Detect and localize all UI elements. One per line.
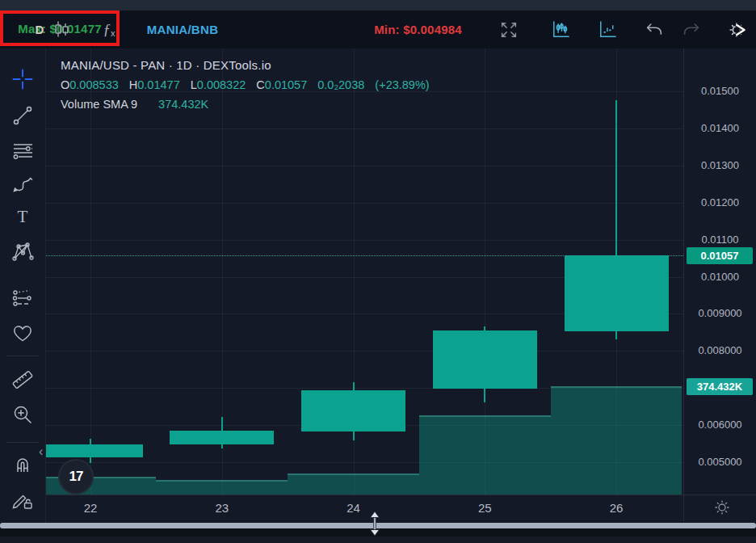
price-axis-tick: 0.01400 — [684, 122, 756, 135]
gridline-h — [46, 240, 683, 241]
last-price-badge: 0.01057 — [687, 247, 753, 264]
trend-line-icon[interactable] — [10, 103, 35, 128]
price-scale-sun-icon[interactable] — [713, 499, 731, 516]
settings-gear-icon[interactable] — [724, 11, 751, 48]
gridline-h — [46, 128, 683, 129]
legend-volume-row: Volume SMA 9374.432K — [61, 98, 430, 111]
resize-handle-arrows[interactable] — [368, 511, 381, 537]
gridline-v — [90, 48, 91, 495]
pair-link[interactable]: MANIA/BNB — [145, 11, 220, 48]
zoom-in-icon[interactable] — [10, 402, 35, 427]
chart-style-marks-icon[interactable] — [594, 11, 620, 48]
chart-topbar: D ƒ x MANIA/BNB Max: $0.01477 Min: $0.00… — [0, 11, 756, 49]
indicators-fx-icon[interactable]: ƒ x — [96, 11, 122, 48]
chart-legend: MANIA/USD - PAN · 1D · DEXTools.io O0.00… — [61, 58, 430, 111]
price-axis-tick: 0.01500 — [684, 85, 756, 98]
heart-icon[interactable] — [10, 321, 35, 345]
chart-canvas[interactable]: MANIA/USD - PAN · 1D · DEXTools.io O0.00… — [46, 48, 683, 495]
candle-body — [301, 390, 405, 431]
legend-ohlc-row: O0.008533 H0.01477 L0.008322 C0.01057 0.… — [61, 78, 430, 91]
crosshair-icon[interactable] — [10, 67, 35, 91]
candle-body — [433, 330, 537, 389]
redo-icon[interactable] — [678, 11, 704, 48]
fullscreen-icon[interactable] — [496, 11, 522, 48]
time-axis-label: 25 — [460, 501, 509, 515]
axis-divider — [684, 495, 756, 495]
candle-body — [565, 255, 669, 330]
chart-style-candles-icon[interactable] — [547, 11, 573, 48]
xabcd-pattern-icon[interactable] — [10, 240, 35, 264]
price-axis-tick: 0.005000 — [684, 456, 756, 469]
price-axis-tick: 0.01300 — [684, 159, 756, 172]
price-axis-tick: 0.01200 — [684, 196, 756, 209]
legend-title: MANIA/USD - PAN · 1D · DEXTools.io — [61, 58, 430, 72]
legend-change: 0.0₂2038 — [317, 78, 364, 91]
ruler-icon[interactable] — [10, 368, 35, 392]
collapse-toolbar-chevron[interactable]: ‹ — [39, 445, 43, 458]
undo-icon[interactable] — [641, 11, 667, 48]
time-axis-label: 22 — [66, 501, 115, 515]
toolbar-divider — [6, 356, 39, 356]
text-tool-icon[interactable]: T — [10, 204, 35, 229]
price-axis[interactable]: 0.015000.014000.013000.012000.011000.010… — [683, 48, 756, 521]
time-axis-label: 23 — [198, 501, 246, 515]
gridline-h — [46, 203, 683, 204]
chart-window: D ƒ x MANIA/BNB Max: $0.01477 Min: $0.00… — [0, 0, 756, 543]
volume-bar — [419, 415, 551, 495]
last-price-line — [46, 255, 683, 256]
time-axis-label: 26 — [592, 501, 640, 515]
tradingview-logo[interactable]: 17 — [58, 459, 94, 495]
magnet-icon[interactable] — [10, 452, 35, 476]
price-axis-tick: 0.01100 — [684, 234, 756, 246]
volume-bar — [156, 480, 288, 495]
brush-icon[interactable] — [10, 172, 35, 196]
page-below-strip-2 — [0, 537, 756, 543]
toolbar-divider — [6, 442, 39, 443]
forecast-icon[interactable] — [10, 287, 35, 311]
gridline-h — [46, 166, 683, 166]
price-axis-tick: 0.008000 — [684, 344, 756, 357]
candle-body — [46, 444, 143, 457]
fib-retracement-icon[interactable] — [10, 138, 35, 162]
gridline-h — [46, 351, 683, 351]
legend-change-pct: (+23.89%) — [375, 78, 429, 91]
price-axis-tick: 0.009000 — [684, 307, 756, 320]
candles-icon[interactable] — [50, 11, 74, 48]
volume-bar — [288, 474, 419, 495]
time-axis[interactable]: 2223242526 — [46, 495, 683, 521]
timeframe-button[interactable]: D — [29, 11, 50, 48]
price-axis-tick: 0.01000 — [684, 271, 756, 284]
volume-sma-badge: 374.432K — [687, 378, 753, 395]
price-axis-tick: 0.006000 — [684, 419, 756, 431]
min-price-label: Min: $0.004984 — [363, 11, 472, 48]
volume-bar — [551, 386, 682, 495]
top-strip — [0, 0, 756, 11]
drawing-lock-icon[interactable] — [10, 487, 35, 511]
candle-body — [170, 431, 274, 445]
